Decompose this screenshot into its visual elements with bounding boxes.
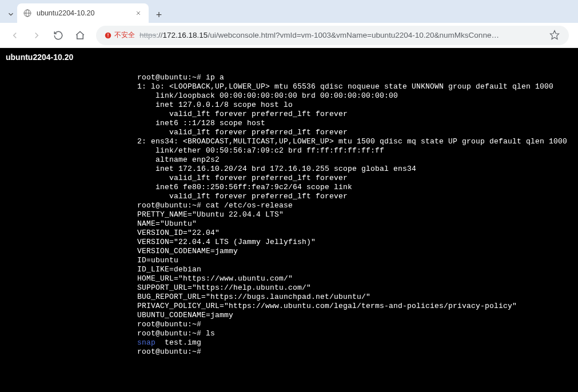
bookmark-star-icon[interactable]	[549, 30, 561, 41]
svg-rect-7	[107, 36, 108, 37]
browser-tab-strip: ubuntu2204-10.20 +	[0, 0, 578, 23]
security-label: 不安全	[114, 30, 135, 40]
globe-icon	[23, 9, 32, 18]
warning-icon	[104, 31, 112, 39]
forward-button[interactable]	[27, 26, 46, 45]
security-chip[interactable]: 不安全	[104, 30, 135, 40]
svg-marker-8	[551, 30, 559, 39]
tab-title: ubuntu2204-10.20	[37, 9, 129, 17]
browser-toolbar: 不安全 https://172.16.18.15/ui/webconsole.h…	[0, 23, 578, 48]
console-vm-name: ubuntu2204-10.20	[0, 48, 578, 66]
home-button[interactable]	[71, 26, 89, 45]
web-console: ubuntu2204-10.20 root@ubuntu:~# ip a 1: …	[0, 48, 578, 392]
url-text: https://172.16.18.15/ui/webconsole.html?…	[139, 31, 545, 39]
close-icon[interactable]	[134, 9, 143, 18]
tab-search-dropdown[interactable]	[5, 6, 17, 23]
reload-button[interactable]	[49, 26, 67, 45]
back-button[interactable]	[6, 26, 24, 45]
new-tab-button[interactable]: +	[151, 7, 167, 23]
address-bar[interactable]: 不安全 https://172.16.18.15/ui/webconsole.h…	[96, 26, 569, 45]
browser-tab[interactable]: ubuntu2204-10.20	[17, 3, 149, 23]
svg-rect-6	[107, 33, 108, 35]
terminal-output[interactable]: root@ubuntu:~# ip a 1: lo: <LOOPBACK,UP,…	[0, 66, 578, 357]
